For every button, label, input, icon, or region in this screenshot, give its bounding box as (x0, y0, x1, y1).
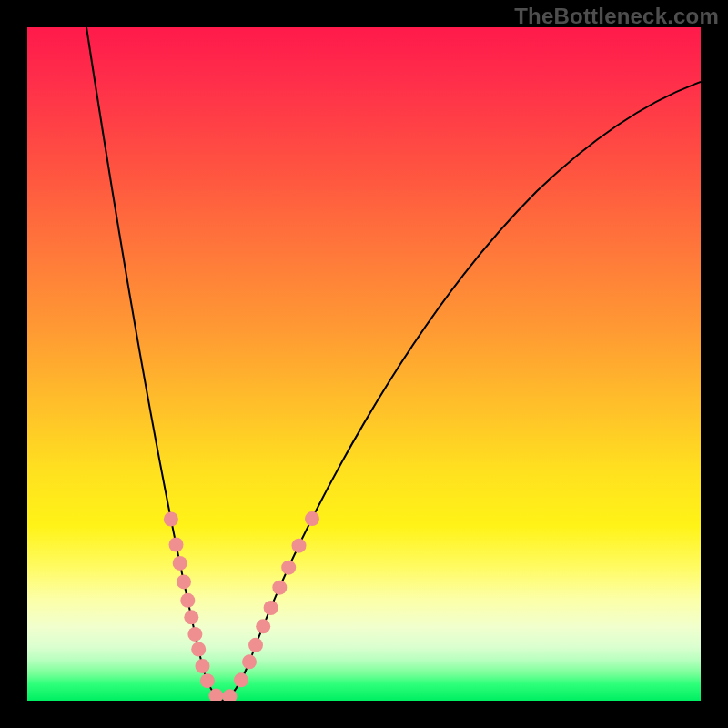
data-point-dot (187, 627, 202, 642)
data-point-dot (256, 619, 270, 633)
data-point-dot (292, 539, 307, 553)
data-point-dot (264, 601, 278, 615)
curve-right-branch (223, 82, 701, 701)
data-point-dot (281, 561, 296, 575)
data-point-dot (272, 581, 287, 595)
curve-left-branch (86, 27, 223, 701)
plot-area (27, 27, 701, 701)
data-point-dots (164, 511, 319, 701)
data-point-dot (180, 593, 195, 608)
data-point-dot (177, 574, 191, 589)
data-point-dot (169, 538, 184, 552)
data-point-dot (242, 654, 257, 669)
chart-frame: TheBottleneck.com (0, 0, 728, 728)
data-point-dot (196, 659, 210, 673)
data-point-dot (248, 638, 263, 652)
data-point-dot (173, 556, 187, 571)
data-point-dot (305, 511, 319, 526)
data-point-dot (200, 673, 215, 688)
data-point-dot (234, 672, 248, 687)
data-point-dot (164, 512, 178, 527)
curve-layer (27, 27, 701, 701)
watermark-text: TheBottleneck.com (514, 4, 719, 29)
data-point-dot (191, 642, 206, 657)
data-point-dot (184, 610, 198, 624)
